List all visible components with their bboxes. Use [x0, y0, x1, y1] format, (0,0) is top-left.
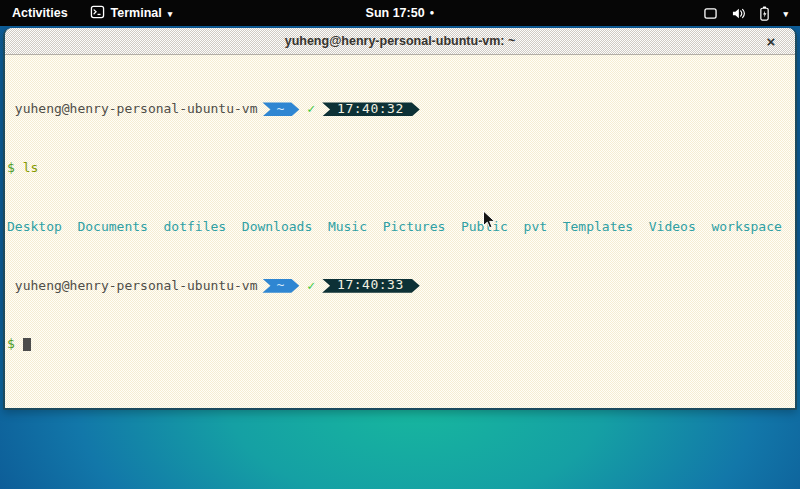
- top-bar: Activities Terminal ▾ Sun 17:50 ●: [0, 0, 800, 26]
- volume-icon: [731, 7, 746, 20]
- prompt-timestamp-segment: 17:40:32: [322, 102, 420, 116]
- prompt-symbol: $: [7, 161, 23, 176]
- chevron-down-icon: ▾: [783, 9, 788, 19]
- terminal-app-icon: [90, 5, 105, 22]
- command-text: ls: [23, 161, 39, 176]
- prompt-timestamp-segment: 17:40:33: [322, 279, 420, 293]
- prompt-path-segment: ~: [262, 102, 299, 116]
- prompt-success-check-icon: ✓: [307, 102, 315, 117]
- close-button[interactable]: ×: [759, 28, 783, 54]
- ls-output-line: Desktop Documents dotfiles Downloads Mus…: [7, 220, 793, 235]
- desktop-background: Activities Terminal ▾ Sun 17:50 ●: [0, 0, 800, 489]
- terminal-content[interactable]: yuheng@henry-personal-ubuntu-vm ~ ✓ 17:4…: [5, 55, 795, 408]
- window-title: yuheng@henry-personal-ubuntu-vm: ~: [285, 34, 516, 48]
- input-line[interactable]: $: [7, 337, 793, 352]
- clock-label: Sun 17:50: [366, 6, 425, 20]
- prompt-line-1: yuheng@henry-personal-ubuntu-vm ~ ✓ 17:4…: [7, 102, 793, 117]
- terminal-cursor: [23, 338, 31, 351]
- system-status-area[interactable]: ▾: [691, 0, 800, 26]
- window-titlebar[interactable]: yuheng@henry-personal-ubuntu-vm: ~ ×: [5, 28, 795, 55]
- prompt-username: yuheng@henry-personal-ubuntu-vm: [7, 102, 257, 117]
- screen-icon: [703, 7, 718, 20]
- command-line: $ ls: [7, 161, 793, 176]
- prompt-success-check-icon: ✓: [307, 279, 315, 294]
- app-menu-terminal[interactable]: Terminal ▾: [80, 0, 183, 26]
- terminal-window: yuheng@henry-personal-ubuntu-vm: ~ × yuh…: [3, 28, 797, 410]
- app-menu-label: Terminal: [111, 6, 162, 20]
- battery-charging-icon: [759, 6, 770, 21]
- prompt-path-segment: ~: [262, 279, 299, 293]
- prompt-username: yuheng@henry-personal-ubuntu-vm: [7, 279, 257, 294]
- prompt-line-2: yuheng@henry-personal-ubuntu-vm ~ ✓ 17:4…: [7, 279, 793, 294]
- activities-button[interactable]: Activities: [0, 0, 80, 26]
- chevron-down-icon: ▾: [168, 9, 173, 19]
- prompt-symbol: $: [7, 337, 15, 352]
- clock-button[interactable]: Sun 17:50 ●: [358, 0, 443, 26]
- notification-dot: ●: [430, 9, 435, 17]
